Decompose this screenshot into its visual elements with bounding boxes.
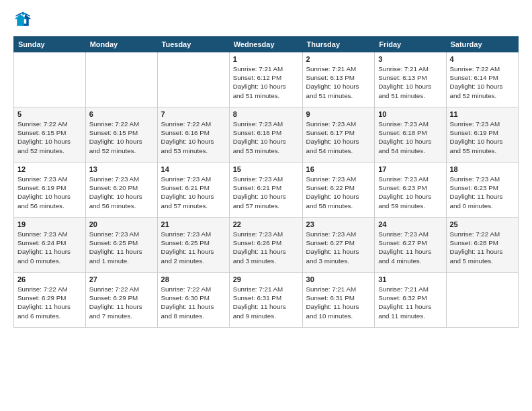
header-day-sunday: Sunday [14, 37, 86, 52]
day-number: 29 [233, 275, 299, 283]
day-number: 27 [89, 275, 154, 283]
page: SundayMondayTuesdayWednesdayThursdayFrid… [0, 0, 532, 334]
day-number: 11 [450, 110, 515, 118]
day-info: Sunrise: 7:23 AM Sunset: 6:26 PM Dayligh… [233, 230, 299, 265]
calendar-cell: 28Sunrise: 7:22 AM Sunset: 6:30 PM Dayli… [157, 273, 229, 328]
day-info: Sunrise: 7:23 AM Sunset: 6:20 PM Dayligh… [89, 175, 154, 210]
day-number: 4 [450, 55, 515, 63]
day-info: Sunrise: 7:23 AM Sunset: 6:16 PM Dayligh… [233, 120, 299, 155]
calendar-cell: 15Sunrise: 7:23 AM Sunset: 6:21 PM Dayli… [229, 163, 302, 218]
day-info: Sunrise: 7:22 AM Sunset: 6:28 PM Dayligh… [450, 230, 515, 265]
day-number: 10 [378, 110, 442, 118]
calendar-cell: 2Sunrise: 7:21 AM Sunset: 6:13 PM Daylig… [302, 52, 375, 107]
calendar-cell: 26Sunrise: 7:22 AM Sunset: 6:29 PM Dayli… [14, 273, 86, 328]
day-number: 9 [306, 110, 371, 118]
calendar-cell: 9Sunrise: 7:23 AM Sunset: 6:17 PM Daylig… [302, 107, 375, 163]
day-info: Sunrise: 7:22 AM Sunset: 6:14 PM Dayligh… [450, 64, 515, 100]
week-row-3: 12Sunrise: 7:23 AM Sunset: 6:19 PM Dayli… [14, 163, 519, 218]
calendar-cell: 1Sunrise: 7:21 AM Sunset: 6:12 PM Daylig… [229, 52, 302, 107]
calendar-cell: 21Sunrise: 7:23 AM Sunset: 6:25 PM Dayli… [157, 218, 229, 273]
calendar-cell: 5Sunrise: 7:22 AM Sunset: 6:15 PM Daylig… [14, 107, 86, 163]
week-row-1: 1Sunrise: 7:21 AM Sunset: 6:12 PM Daylig… [14, 52, 519, 107]
day-info: Sunrise: 7:22 AM Sunset: 6:30 PM Dayligh… [161, 285, 226, 320]
header-day-monday: Monday [85, 37, 157, 52]
day-info: Sunrise: 7:23 AM Sunset: 6:19 PM Dayligh… [450, 120, 515, 155]
calendar-cell: 3Sunrise: 7:21 AM Sunset: 6:13 PM Daylig… [375, 52, 446, 107]
day-info: Sunrise: 7:23 AM Sunset: 6:18 PM Dayligh… [378, 120, 442, 155]
header-day-friday: Friday [375, 37, 446, 52]
week-row-5: 26Sunrise: 7:22 AM Sunset: 6:29 PM Dayli… [14, 273, 519, 328]
day-number: 28 [161, 275, 226, 283]
day-info: Sunrise: 7:21 AM Sunset: 6:32 PM Dayligh… [378, 285, 442, 320]
calendar-cell: 8Sunrise: 7:23 AM Sunset: 6:16 PM Daylig… [229, 107, 302, 163]
calendar-cell [446, 273, 519, 328]
calendar-cell: 23Sunrise: 7:23 AM Sunset: 6:27 PM Dayli… [302, 218, 375, 273]
day-info: Sunrise: 7:23 AM Sunset: 6:27 PM Dayligh… [378, 230, 442, 265]
day-number: 1 [233, 55, 299, 63]
day-number: 26 [17, 275, 82, 283]
day-number: 8 [233, 110, 299, 118]
calendar-body: 1Sunrise: 7:21 AM Sunset: 6:12 PM Daylig… [14, 52, 519, 328]
calendar-cell: 13Sunrise: 7:23 AM Sunset: 6:20 PM Dayli… [85, 163, 157, 218]
day-info: Sunrise: 7:22 AM Sunset: 6:29 PM Dayligh… [89, 285, 154, 320]
day-info: Sunrise: 7:21 AM Sunset: 6:12 PM Dayligh… [233, 64, 299, 100]
calendar-cell: 14Sunrise: 7:23 AM Sunset: 6:21 PM Dayli… [157, 163, 229, 218]
day-number: 31 [378, 275, 442, 283]
day-info: Sunrise: 7:23 AM Sunset: 6:22 PM Dayligh… [306, 175, 371, 210]
header-day-tuesday: Tuesday [157, 37, 229, 52]
day-info: Sunrise: 7:23 AM Sunset: 6:23 PM Dayligh… [378, 175, 442, 210]
calendar-cell: 17Sunrise: 7:23 AM Sunset: 6:23 PM Dayli… [375, 163, 446, 218]
day-number: 14 [161, 165, 226, 173]
day-number: 3 [378, 55, 442, 63]
day-number: 21 [161, 220, 226, 228]
day-number: 24 [378, 220, 442, 228]
day-number: 19 [17, 220, 82, 228]
header-row: SundayMondayTuesdayWednesdayThursdayFrid… [14, 37, 519, 52]
day-number: 18 [450, 165, 515, 173]
day-number: 23 [306, 220, 371, 228]
calendar-cell: 31Sunrise: 7:21 AM Sunset: 6:32 PM Dayli… [375, 273, 446, 328]
calendar-cell: 11Sunrise: 7:23 AM Sunset: 6:19 PM Dayli… [446, 107, 519, 163]
calendar-cell: 16Sunrise: 7:23 AM Sunset: 6:22 PM Dayli… [302, 163, 375, 218]
day-info: Sunrise: 7:22 AM Sunset: 6:29 PM Dayligh… [17, 285, 82, 320]
calendar-cell: 20Sunrise: 7:23 AM Sunset: 6:25 PM Dayli… [85, 218, 157, 273]
day-info: Sunrise: 7:21 AM Sunset: 6:13 PM Dayligh… [378, 64, 442, 100]
day-number: 20 [89, 220, 154, 228]
calendar-cell: 19Sunrise: 7:23 AM Sunset: 6:24 PM Dayli… [14, 218, 86, 273]
day-info: Sunrise: 7:23 AM Sunset: 6:19 PM Dayligh… [17, 175, 82, 210]
day-number: 17 [378, 165, 442, 173]
day-info: Sunrise: 7:21 AM Sunset: 6:31 PM Dayligh… [233, 285, 299, 320]
calendar-cell [14, 52, 86, 107]
calendar-cell: 25Sunrise: 7:22 AM Sunset: 6:28 PM Dayli… [446, 218, 519, 273]
day-number: 13 [89, 165, 154, 173]
day-info: Sunrise: 7:23 AM Sunset: 6:21 PM Dayligh… [233, 175, 299, 210]
day-number: 16 [306, 165, 371, 173]
day-number: 25 [450, 220, 515, 228]
week-row-4: 19Sunrise: 7:23 AM Sunset: 6:24 PM Dayli… [14, 218, 519, 273]
day-number: 6 [89, 110, 154, 118]
day-info: Sunrise: 7:22 AM Sunset: 6:15 PM Dayligh… [89, 120, 154, 155]
day-number: 22 [233, 220, 299, 228]
day-info: Sunrise: 7:23 AM Sunset: 6:23 PM Dayligh… [450, 175, 515, 210]
week-row-2: 5Sunrise: 7:22 AM Sunset: 6:15 PM Daylig… [14, 107, 519, 163]
calendar-table: SundayMondayTuesdayWednesdayThursdayFrid… [13, 36, 519, 328]
calendar-cell: 29Sunrise: 7:21 AM Sunset: 6:31 PM Dayli… [229, 273, 302, 328]
day-info: Sunrise: 7:23 AM Sunset: 6:25 PM Dayligh… [89, 230, 154, 265]
day-number: 12 [17, 165, 82, 173]
calendar-cell: 4Sunrise: 7:22 AM Sunset: 6:14 PM Daylig… [446, 52, 519, 107]
calendar-cell: 30Sunrise: 7:21 AM Sunset: 6:31 PM Dayli… [302, 273, 375, 328]
calendar-cell [157, 52, 229, 107]
header [13, 11, 519, 30]
calendar-cell: 18Sunrise: 7:23 AM Sunset: 6:23 PM Dayli… [446, 163, 519, 218]
day-number: 7 [161, 110, 226, 118]
day-number: 30 [306, 275, 371, 283]
day-info: Sunrise: 7:22 AM Sunset: 6:15 PM Dayligh… [17, 120, 82, 155]
calendar-cell: 27Sunrise: 7:22 AM Sunset: 6:29 PM Dayli… [85, 273, 157, 328]
calendar-cell: 12Sunrise: 7:23 AM Sunset: 6:19 PM Dayli… [14, 163, 86, 218]
calendar-cell: 24Sunrise: 7:23 AM Sunset: 6:27 PM Dayli… [375, 218, 446, 273]
header-day-saturday: Saturday [446, 37, 519, 52]
calendar-cell: 7Sunrise: 7:22 AM Sunset: 6:16 PM Daylig… [157, 107, 229, 163]
day-number: 5 [17, 110, 82, 118]
logo [13, 11, 35, 30]
calendar-cell [85, 52, 157, 107]
